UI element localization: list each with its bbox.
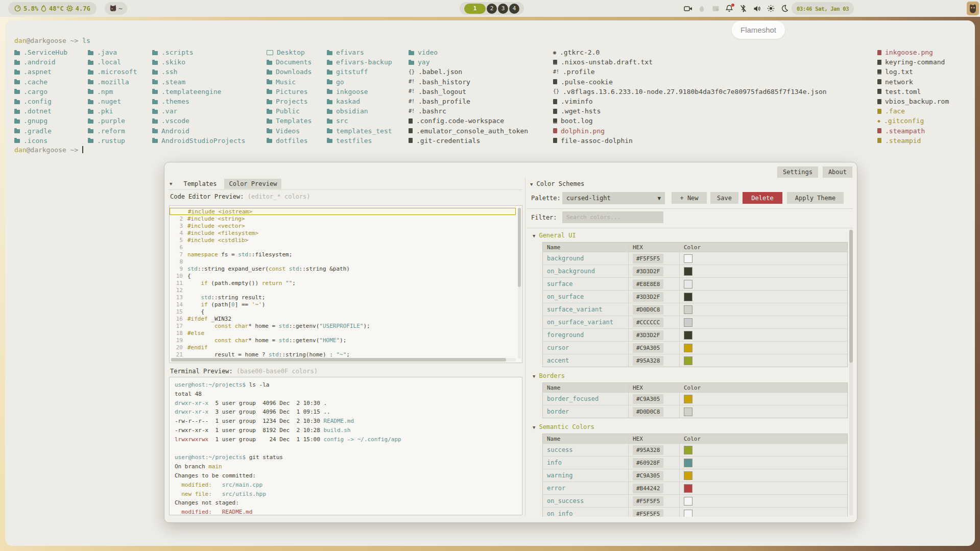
file-item: .pulse-cookie	[553, 77, 613, 87]
color-swatch[interactable]	[684, 344, 692, 352]
new-palette-button[interactable]: + New	[672, 192, 707, 204]
color-swatch[interactable]	[684, 497, 692, 506]
table-row[interactable]: on_background#3D3D2F	[543, 265, 847, 277]
hex-value-input[interactable]: #3D3D2F	[633, 292, 663, 302]
clipboard-lock-disabled-icon[interactable]	[711, 4, 720, 13]
text-segment: ::string(home) :	[279, 351, 337, 358]
color-swatch[interactable]	[684, 254, 692, 263]
night-light-icon[interactable]	[780, 4, 789, 13]
settings-button[interactable]: Settings	[777, 166, 818, 178]
color-swatch[interactable]	[684, 395, 692, 403]
color-swatch[interactable]	[684, 293, 692, 301]
table-row[interactable]: on_success#F5F5F5	[543, 494, 847, 507]
table-row[interactable]: on_info#F5F5F5	[543, 507, 847, 517]
hex-value-input[interactable]: #95A328	[633, 356, 663, 366]
hex-value-input[interactable]: #C9A305	[633, 394, 663, 404]
table-row[interactable]: success#95A328	[543, 443, 847, 456]
apply-theme-button[interactable]: Apply Theme	[787, 192, 844, 204]
tab-templates[interactable]: Templates	[179, 179, 221, 189]
color-swatch[interactable]	[684, 331, 692, 340]
workspace-button-4[interactable]: 4	[509, 4, 519, 14]
bluetooth-off-icon[interactable]	[738, 4, 748, 13]
hex-value-input[interactable]: #3D3D2F	[633, 330, 663, 340]
notifications-bell-icon[interactable]	[725, 4, 734, 13]
shell-prompt[interactable]: dan@darkgoose ~>	[14, 146, 83, 154]
color-swatch[interactable]	[684, 356, 692, 365]
terminal-launcher-chip[interactable]: >_ ~	[105, 2, 127, 15]
hex-value-input[interactable]: #E8E8E8	[633, 279, 663, 289]
hex-value-input[interactable]: #F5F5F5	[633, 496, 663, 506]
text-segment: drwxr-xr-x	[175, 409, 208, 415]
color-swatch[interactable]	[684, 305, 692, 314]
color-swatch[interactable]	[684, 318, 692, 327]
color-swatch[interactable]	[684, 510, 692, 517]
workspace-button-2[interactable]: 2	[487, 4, 497, 14]
color-swatch[interactable]	[684, 446, 692, 454]
color-swatch[interactable]	[684, 484, 692, 493]
save-palette-button[interactable]: Save	[710, 192, 738, 204]
hex-value-input[interactable]: #CCCCCC	[633, 318, 663, 327]
flameshot-disabled-icon[interactable]	[697, 4, 706, 13]
section-header[interactable]: ▼General UI	[533, 232, 849, 239]
table-row[interactable]: on_surface_variant#CCCCCC	[543, 316, 847, 328]
table-row[interactable]: cursor#C9A305	[543, 341, 847, 354]
table-row[interactable]: warning#C9A305	[543, 469, 847, 482]
hex-value-input[interactable]: #F5F5F5	[633, 254, 663, 263]
hex-value-input[interactable]: #3D3D2F	[633, 267, 663, 276]
hex-value-input[interactable]: #D0D0C8	[633, 305, 663, 315]
table-row[interactable]: surface#E8E8E8	[543, 277, 847, 290]
color-swatch[interactable]	[684, 267, 692, 276]
hex-value-input[interactable]: #95A328	[633, 445, 663, 455]
table-row[interactable]: border#D0D0C8	[543, 405, 847, 418]
delete-palette-button[interactable]: Delete	[743, 192, 782, 204]
collapse-arrow-icon[interactable]: ▼	[533, 425, 535, 430]
section-header[interactable]: ▼Semantic Colors	[533, 423, 849, 431]
color-swatch[interactable]	[684, 408, 692, 416]
screen-record-icon[interactable]	[683, 4, 692, 13]
clock-widget[interactable]: 03:46 Sat, Jan 03	[792, 2, 854, 15]
system-stats-widget[interactable]: 5.8% 48°C 4.7G	[8, 2, 97, 15]
hex-value-input[interactable]: #C9A305	[633, 471, 663, 481]
color-list-scrollbar[interactable]	[849, 230, 853, 515]
hex-value-input[interactable]: #C9A305	[633, 343, 663, 353]
file-item: inkgoose.png	[877, 47, 933, 57]
color-swatch[interactable]	[684, 471, 692, 480]
hex-value-input[interactable]: #60928F	[633, 458, 663, 468]
folder-icon	[14, 61, 20, 65]
table-row[interactable]: accent#95A328	[543, 354, 847, 367]
workspace-button-3[interactable]: 3	[498, 4, 508, 14]
table-row[interactable]: background#F5F5F5	[543, 252, 847, 265]
color-schemes-header[interactable]: ▼Color Schemes	[530, 180, 584, 187]
filter-input[interactable]	[562, 211, 663, 223]
brightness-icon[interactable]	[766, 4, 775, 13]
color-swatch[interactable]	[684, 280, 692, 289]
code-vertical-scrollbar[interactable]	[518, 208, 521, 359]
volume-icon[interactable]	[752, 4, 761, 13]
color-name-cell: on_success	[543, 495, 628, 507]
section-header[interactable]: ▼Borders	[533, 372, 849, 380]
palette-dropdown[interactable]: cursed-light ▼	[562, 192, 665, 204]
hex-value-input[interactable]: #F5F5F5	[633, 509, 663, 517]
hex-value-input[interactable]: #D0D0C8	[633, 407, 663, 417]
collapse-arrow-icon[interactable]: ▼	[533, 374, 535, 379]
workspace-button-1[interactable]: 1	[464, 4, 486, 14]
folder-icon	[152, 110, 158, 114]
hex-value-input[interactable]: #B44242	[633, 484, 663, 493]
table-row[interactable]: info#60928F	[543, 456, 847, 469]
file-item: .android	[14, 57, 56, 67]
collapse-arrow-icon[interactable]: ▼	[170, 181, 172, 186]
line-number: 4	[170, 230, 187, 236]
owl-icon[interactable]	[967, 2, 979, 15]
code-horizontal-scrollbar[interactable]	[171, 358, 516, 362]
file-item: Android	[152, 126, 189, 136]
table-row[interactable]: foreground#3D3D2F	[543, 328, 847, 341]
about-button[interactable]: About	[823, 166, 852, 178]
table-row[interactable]: on_surface#3D3D2F	[543, 290, 847, 303]
code-line: 20#endif	[170, 344, 516, 351]
table-row[interactable]: border_focused#C9A305	[543, 392, 847, 405]
tab-color-preview[interactable]: Color Preview	[224, 179, 281, 189]
table-row[interactable]: surface_variant#D0D0C8	[543, 303, 847, 316]
color-swatch[interactable]	[684, 459, 692, 467]
table-row[interactable]: error#B44242	[543, 482, 847, 494]
collapse-arrow-icon[interactable]: ▼	[533, 233, 535, 238]
